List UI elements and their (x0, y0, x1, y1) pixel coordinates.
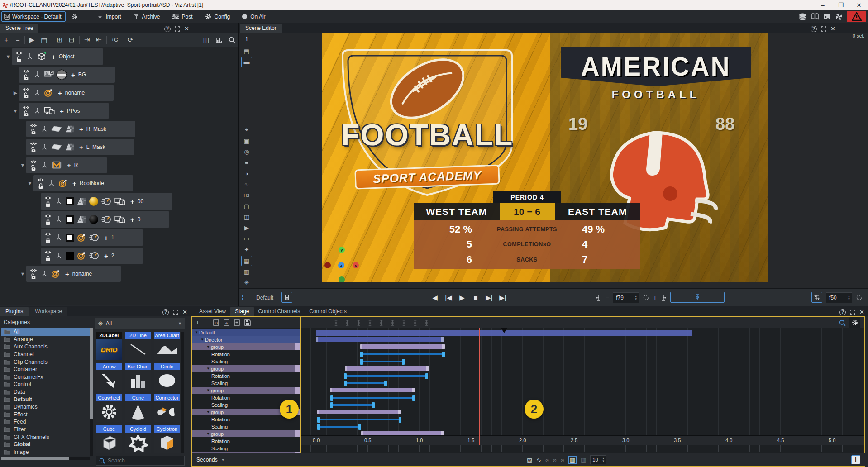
merge-right-icon[interactable]: ⇥ (84, 36, 90, 44)
add-child-icon[interactable]: + (72, 180, 76, 187)
menu-item-post[interactable]: Post (172, 13, 193, 20)
plugin-search[interactable] (96, 456, 185, 466)
tree-node-box[interactable]: +Object (12, 48, 103, 65)
tree-node-box[interactable]: +00 (41, 193, 172, 210)
tree-node-r[interactable]: ▼+R (19, 157, 107, 173)
workspace-selector[interactable]: Workspace - Default (1, 11, 66, 22)
chevron-down-icon[interactable]: ▼ (205, 367, 211, 371)
menu-item-config[interactable]: Config (205, 13, 230, 20)
keyframe-start-handle[interactable] (360, 359, 363, 365)
lock-icon[interactable] (45, 201, 51, 207)
chevron-down-icon[interactable]: ▼ (26, 181, 33, 186)
eye-icon[interactable] (30, 159, 37, 164)
add-child-icon[interactable]: + (52, 53, 56, 61)
tree-collapse-icon[interactable]: ⊟ (69, 36, 75, 44)
tree-node-box[interactable]: +0 (41, 211, 169, 228)
timeline-bar-group[interactable] (330, 388, 415, 392)
help-icon[interactable]: ? (839, 309, 846, 315)
tree-node-box[interactable]: +R_Mask (26, 121, 135, 137)
lock-icon[interactable] (31, 147, 36, 153)
search-icon[interactable] (839, 319, 846, 326)
chevron-down-icon[interactable]: ▼ (205, 388, 211, 392)
loop-icon[interactable] (643, 294, 649, 301)
bulb-icon[interactable]: ✦ (241, 244, 252, 255)
add-child-icon[interactable]: + (65, 270, 69, 278)
path-icon[interactable]: ∿ (241, 179, 252, 190)
add-child-icon[interactable]: + (104, 252, 108, 260)
hand-icon[interactable] (412, 320, 418, 326)
tree-node-box[interactable]: +RootNode (33, 175, 133, 191)
category-default[interactable]: Default (1, 396, 90, 403)
console-icon[interactable] (823, 14, 831, 20)
category-effect[interactable]: Effect (1, 411, 90, 419)
lock-icon[interactable] (45, 237, 51, 243)
interval-spinner[interactable]: ▲▼ (601, 457, 606, 462)
category-containerfx[interactable]: ContainerFx (1, 373, 90, 381)
category-control[interactable]: Control (1, 381, 90, 388)
menu-item-import[interactable]: Import (97, 13, 121, 20)
origin-handle[interactable] (324, 262, 331, 268)
loop-icon[interactable] (856, 294, 863, 301)
tree-node-rootnode[interactable]: ▼+RootNode (26, 175, 133, 191)
save-icon[interactable] (244, 319, 251, 326)
tree-node-00[interactable]: +00 (33, 193, 172, 210)
category-data[interactable]: Data (1, 388, 90, 396)
timeline-ruler[interactable]: 0.00.51.01.52.02.53.03.54.04.55.0 (301, 435, 864, 445)
lock-icon[interactable] (24, 74, 29, 81)
plugin-tile-cone[interactable]: Cone (125, 394, 151, 422)
key-down-icon[interactable] (356, 320, 362, 326)
menu-item-on-air[interactable]: On Air (242, 13, 265, 20)
expand-icon[interactable] (821, 26, 826, 32)
remove-icon[interactable]: − (16, 36, 20, 44)
tree-node-box[interactable]: +R (26, 157, 107, 173)
eye-icon[interactable] (44, 232, 52, 237)
jump-end-button[interactable]: ▶| (496, 294, 510, 302)
eye-icon[interactable] (30, 268, 37, 273)
keyframe-start-handle[interactable] (360, 352, 363, 357)
plugin-tile-2dlabel[interactable]: 2DLabelDRID (96, 332, 122, 360)
stage-track-rotation[interactable]: Rotation (192, 394, 300, 401)
annotation-icon[interactable]: ▬ (241, 57, 252, 67)
tree-node-object[interactable]: ▼+Object (5, 48, 103, 65)
timeline-graph[interactable] (301, 328, 864, 435)
search-icon[interactable] (229, 36, 235, 44)
close-icon[interactable]: ✕ (859, 309, 864, 315)
chevron-down-icon[interactable]: ▼ (5, 54, 12, 59)
play-button[interactable]: ▶ (455, 294, 469, 302)
timeline-bar-rotation[interactable] (345, 375, 427, 377)
tab-plugins[interactable]: Plugins (0, 307, 29, 316)
category-arrange[interactable]: Arrange (1, 336, 90, 343)
timeline-bar-rotation[interactable] (361, 353, 444, 355)
frame-forward-button[interactable]: ▶| (482, 294, 496, 302)
layers-icon[interactable]: ≡ (241, 157, 252, 168)
tree-node-box[interactable]: +noname (19, 85, 114, 101)
refresh-icon[interactable]: ⟳ (128, 36, 134, 44)
keyframe-start-handle[interactable] (330, 402, 333, 408)
category-global[interactable]: Global (1, 441, 90, 448)
close-icon[interactable]: ✕ (830, 25, 835, 32)
chart-icon[interactable]: ▥ (241, 267, 252, 277)
play-box-icon[interactable]: ▶ (241, 223, 252, 233)
plugin-tile-cycloid[interactable]: Cycloid (125, 425, 151, 453)
lock-icon[interactable] (45, 255, 51, 262)
plugin-tile-2d-line[interactable]: 2D Line (125, 332, 151, 360)
wave-icon[interactable] (424, 320, 429, 326)
info-button[interactable]: i (851, 455, 860, 464)
add-icon[interactable]: ＋ (195, 319, 200, 327)
timeline-bar-scaling[interactable] (361, 361, 403, 362)
note-info-icon[interactable]: ▤ (241, 46, 252, 57)
key-up-icon[interactable] (367, 320, 373, 326)
split-view-icon[interactable]: ◫ (241, 212, 252, 222)
eye-icon[interactable] (37, 177, 44, 182)
grid-icon[interactable]: ▦ (241, 256, 252, 266)
split-view-icon[interactable]: ◫ (203, 36, 210, 44)
timeline-bar-scaling[interactable] (331, 404, 373, 406)
plugin-tile-circle[interactable]: Circle (154, 363, 180, 391)
stage-track-scaling[interactable]: Scaling (192, 423, 300, 430)
add-child-icon[interactable]: + (60, 107, 64, 115)
eye-icon[interactable] (23, 87, 30, 92)
stage-track-director[interactable]: ▼Director (192, 336, 300, 343)
keyframe-marker-button[interactable] (670, 292, 725, 303)
tree-node-l_mask[interactable]: +L_Mask (19, 139, 134, 155)
camera-focus-icon[interactable]: ⌖ (241, 124, 252, 135)
